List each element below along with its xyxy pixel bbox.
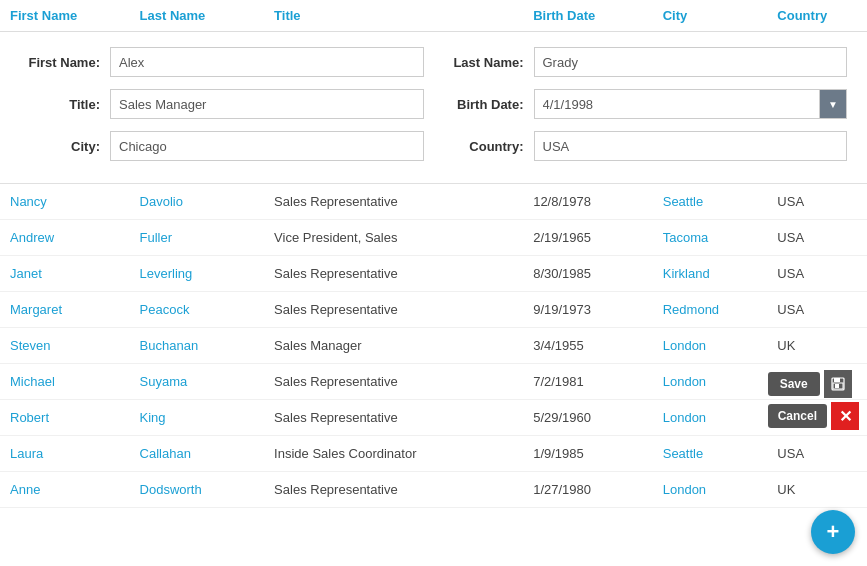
save-tooltip[interactable]: Save	[768, 372, 820, 396]
country-input[interactable]	[534, 131, 848, 161]
cell-firstName[interactable]: Michael	[0, 368, 130, 395]
cell-city[interactable]: London	[653, 332, 768, 359]
table-row[interactable]: AndrewFullerVice President, Sales2/19/19…	[0, 220, 867, 256]
cell-lastName[interactable]: Buchanan	[130, 332, 265, 359]
cell-firstName[interactable]: Robert	[0, 404, 130, 431]
cell-firstName[interactable]: Janet	[0, 260, 130, 287]
form-half-city: City:	[20, 131, 424, 161]
cell-title: Vice President, Sales	[264, 224, 523, 251]
cancel-button-wrap: Cancel ✕	[768, 402, 859, 430]
cell-city[interactable]: Tacoma	[653, 224, 768, 251]
form-row-city-country: City: Country:	[20, 131, 847, 161]
table-row[interactable]: AnneDodsworthSales Representative1/27/19…	[0, 472, 867, 508]
save-icon	[831, 377, 845, 391]
data-table: NancyDavolioSales Representative12/8/197…	[0, 184, 867, 508]
country-label: Country:	[444, 139, 534, 154]
firstname-label: First Name:	[20, 55, 110, 70]
cell-firstName[interactable]: Nancy	[0, 188, 130, 215]
cell-city[interactable]: London	[653, 404, 768, 431]
cell-birthDate: 12/8/1978	[523, 188, 653, 215]
cell-city[interactable]: Seattle	[653, 440, 768, 467]
table-row[interactable]: MichaelSuyamaSales Representative7/2/198…	[0, 364, 867, 400]
form-row-title-birthdate: Title: Birth Date: ▼	[20, 89, 847, 119]
form-half-country: Country:	[444, 131, 848, 161]
birthdate-label: Birth Date:	[444, 97, 534, 112]
cell-title: Sales Representative	[264, 188, 523, 215]
cell-title: Sales Representative	[264, 476, 523, 503]
save-icon-button[interactable]	[824, 370, 852, 398]
cell-city[interactable]: Seattle	[653, 188, 768, 215]
cell-firstName[interactable]: Margaret	[0, 296, 130, 323]
cancel-icon-button[interactable]: ✕	[831, 402, 859, 430]
table-row[interactable]: RobertKingSales Representative5/29/1960L…	[0, 400, 867, 436]
form-half-lastname: Last Name:	[444, 47, 848, 77]
cell-lastName[interactable]: Suyama	[130, 368, 265, 395]
cell-country: USA	[767, 440, 867, 467]
cell-lastName[interactable]: Dodsworth	[130, 476, 265, 503]
col-header-city[interactable]: City	[653, 0, 768, 31]
col-header-country[interactable]: Country	[767, 0, 867, 31]
cell-city[interactable]: London	[653, 476, 768, 503]
cell-firstName[interactable]: Steven	[0, 332, 130, 359]
cancel-tooltip[interactable]: Cancel	[768, 404, 827, 428]
cell-birthDate: 2/19/1965	[523, 224, 653, 251]
table-row[interactable]: LauraCallahanInside Sales Coordinator1/9…	[0, 436, 867, 472]
cell-city[interactable]: London	[653, 368, 768, 395]
cell-city[interactable]: Kirkland	[653, 260, 768, 287]
col-header-title[interactable]: Title	[264, 0, 523, 31]
table-row[interactable]: StevenBuchananSales Manager3/4/1955Londo…	[0, 328, 867, 364]
cell-country: UK	[767, 476, 867, 503]
cell-country: USA	[767, 188, 867, 215]
form-half-firstname: First Name:	[20, 47, 424, 77]
cell-birthDate: 3/4/1955	[523, 332, 653, 359]
city-label: City:	[20, 139, 110, 154]
form-half-title: Title:	[20, 89, 424, 119]
cell-lastName[interactable]: Peacock	[130, 296, 265, 323]
cell-birthDate: 5/29/1960	[523, 404, 653, 431]
cell-title: Sales Representative	[264, 368, 523, 395]
birthdate-input[interactable]	[534, 89, 820, 119]
action-buttons: Save Cancel ✕	[768, 370, 859, 430]
cell-title: Inside Sales Coordinator	[264, 440, 523, 467]
cell-birthDate: 9/19/1973	[523, 296, 653, 323]
cell-lastName[interactable]: Davolio	[130, 188, 265, 215]
lastname-label: Last Name:	[444, 55, 534, 70]
cell-country: USA	[767, 296, 867, 323]
lastname-input[interactable]	[534, 47, 848, 77]
cell-firstName[interactable]: Anne	[0, 476, 130, 503]
table-row[interactable]: MargaretPeacockSales Representative9/19/…	[0, 292, 867, 328]
svg-rect-3	[835, 384, 839, 388]
table-row[interactable]: NancyDavolioSales Representative12/8/197…	[0, 184, 867, 220]
date-wrapper: ▼	[534, 89, 848, 119]
cell-birthDate: 7/2/1981	[523, 368, 653, 395]
add-icon: +	[827, 519, 840, 545]
cell-city[interactable]: Redmond	[653, 296, 768, 323]
table-row[interactable]: JanetLeverlingSales Representative8/30/1…	[0, 256, 867, 292]
cell-title: Sales Manager	[264, 332, 523, 359]
edit-form: First Name: Last Name: Title: Birth Date…	[0, 32, 867, 184]
date-picker-button[interactable]: ▼	[819, 89, 847, 119]
cell-birthDate: 1/27/1980	[523, 476, 653, 503]
cell-title: Sales Representative	[264, 260, 523, 287]
col-header-birthdate[interactable]: Birth Date	[523, 0, 653, 31]
cell-country: USA	[767, 224, 867, 251]
cell-firstName[interactable]: Laura	[0, 440, 130, 467]
table-header: First Name Last Name Title Birth Date Ci…	[0, 0, 867, 32]
title-input[interactable]	[110, 89, 424, 119]
cell-lastName[interactable]: Leverling	[130, 260, 265, 287]
cell-lastName[interactable]: King	[130, 404, 265, 431]
cell-country: USA	[767, 260, 867, 287]
cell-firstName[interactable]: Andrew	[0, 224, 130, 251]
form-half-birthdate: Birth Date: ▼	[444, 89, 848, 119]
cell-lastName[interactable]: Fuller	[130, 224, 265, 251]
svg-rect-1	[834, 378, 840, 382]
add-record-button[interactable]: +	[811, 510, 855, 554]
firstname-input[interactable]	[110, 47, 424, 77]
col-header-firstname[interactable]: First Name	[0, 0, 130, 31]
cell-lastName[interactable]: Callahan	[130, 440, 265, 467]
city-input[interactable]	[110, 131, 424, 161]
cancel-x-icon: ✕	[839, 407, 852, 426]
cell-country: UK	[767, 332, 867, 359]
cell-birthDate: 1/9/1985	[523, 440, 653, 467]
col-header-lastname[interactable]: Last Name	[130, 0, 265, 31]
